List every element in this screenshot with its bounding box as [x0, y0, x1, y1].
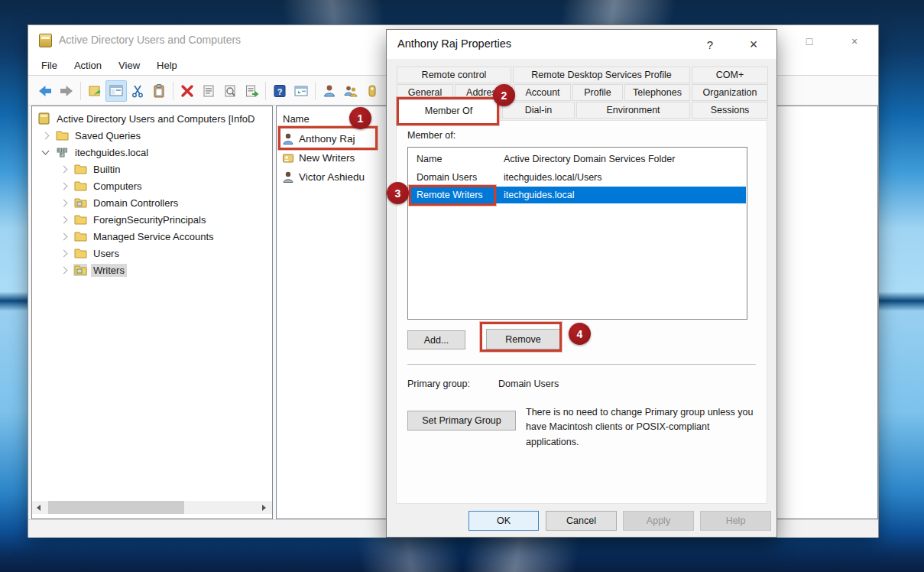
- chevron-down-icon[interactable]: [42, 148, 50, 155]
- tab-organization[interactable]: Organization: [692, 84, 768, 101]
- tab-com-plus[interactable]: COM+: [692, 67, 768, 83]
- help-button: Help: [700, 511, 771, 531]
- chevron-right-icon[interactable]: [60, 182, 68, 190]
- tree-item-domain-controllers[interactable]: Domain Controllers: [32, 194, 272, 211]
- delete-icon[interactable]: [177, 80, 198, 102]
- dialog-titlebar[interactable]: Anthony Raj Properties ? ×: [387, 30, 776, 59]
- folder-icon: [55, 129, 69, 141]
- aduc-app-icon: [39, 34, 52, 47]
- menu-view[interactable]: View: [110, 56, 148, 75]
- tab-dial-in[interactable]: Dial-in: [502, 102, 575, 119]
- list-item-label: Victor Ashiedu: [299, 171, 365, 183]
- apply-button: Apply: [623, 511, 694, 531]
- member-of-page: Member of: Name Active Directory Domain …: [396, 120, 767, 504]
- column-name[interactable]: Name: [409, 154, 504, 164]
- member-of-listbox[interactable]: Name Active Directory Domain Services Fo…: [407, 147, 747, 320]
- cancel-button[interactable]: Cancel: [546, 511, 617, 531]
- tab-profile[interactable]: Profile: [572, 84, 623, 101]
- scrollbar-thumb[interactable]: [48, 501, 184, 514]
- menu-help[interactable]: Help: [148, 56, 186, 75]
- export-icon[interactable]: [84, 80, 105, 102]
- tree-item-computers[interactable]: Computers: [32, 177, 272, 194]
- cut-icon[interactable]: [127, 80, 148, 102]
- group-icon: [281, 152, 295, 164]
- help-icon[interactable]: ?: [269, 80, 290, 102]
- chevron-right-icon[interactable]: [60, 216, 68, 223]
- folder-icon: [73, 163, 87, 175]
- console-tree-pane: Active Directory Users and Computers [In…: [31, 106, 273, 519]
- set-primary-group-button[interactable]: Set Primary Group: [407, 411, 516, 431]
- tab-remote-desktop-services-profile[interactable]: Remote Desktop Services Profile: [513, 67, 690, 83]
- user-icon: [281, 171, 295, 184]
- chevron-right-icon[interactable]: [60, 232, 68, 240]
- chevron-right-icon[interactable]: [42, 132, 50, 139]
- console-root-icon: [37, 112, 50, 125]
- tab-remote-control[interactable]: Remote control: [397, 67, 511, 83]
- chevron-right-icon[interactable]: [60, 199, 68, 206]
- annotation-rect-anthony-raj: [278, 126, 378, 150]
- folder-special-icon: [73, 264, 87, 276]
- annotation-rect-remove-button: [480, 322, 562, 352]
- add-member-icon[interactable]: [361, 80, 383, 102]
- dialog-help-button[interactable]: ?: [697, 35, 723, 54]
- tree-item-managed-service-accounts[interactable]: Managed Service Accounts: [32, 228, 272, 245]
- primary-group-label: Primary group:: [407, 379, 470, 389]
- separator: [407, 364, 756, 365]
- folder-icon: [73, 213, 87, 226]
- new-window-icon[interactable]: [290, 80, 312, 102]
- listbox-header[interactable]: Name Active Directory Domain Services Fo…: [409, 151, 746, 167]
- scroll-right-arrow-icon[interactable]: [258, 501, 271, 514]
- horizontal-scrollbar[interactable]: [32, 501, 272, 514]
- folder-icon: [73, 230, 87, 242]
- chevron-right-icon[interactable]: [60, 165, 68, 173]
- create-user-icon[interactable]: [319, 80, 340, 102]
- add-button[interactable]: Add...: [407, 330, 465, 349]
- tab-telephones[interactable]: Telephones: [624, 84, 690, 101]
- annotation-badge-3: 3: [387, 182, 409, 204]
- tree-item-writers[interactable]: Writers: [32, 262, 272, 278]
- column-header-name[interactable]: Name: [283, 113, 310, 125]
- chevron-right-icon[interactable]: [60, 249, 68, 257]
- toolbar-separator: [80, 82, 81, 100]
- tree-item-builtin[interactable]: Builtin: [32, 161, 272, 177]
- tree-item-domain[interactable]: itechguides.local: [32, 144, 272, 161]
- menu-action[interactable]: Action: [66, 56, 110, 75]
- chevron-right-icon[interactable]: [60, 266, 68, 274]
- toolbar-separator: [173, 82, 173, 100]
- primary-group-value: Domain Users: [498, 379, 559, 389]
- tree-item-saved-queries[interactable]: Saved Queries: [32, 127, 272, 144]
- properties-icon[interactable]: [198, 80, 219, 102]
- member-row-domain-users[interactable]: Domain Users itechguides.local/Users: [409, 169, 746, 186]
- tab-account[interactable]: Account: [514, 84, 571, 101]
- annotation-rect-member-of-tab: [397, 97, 499, 125]
- list-item-label: New Writers: [299, 152, 355, 164]
- scroll-left-arrow-icon[interactable]: [32, 501, 45, 514]
- export-list-icon[interactable]: [241, 80, 262, 102]
- create-group-icon[interactable]: [340, 80, 361, 102]
- toolbar-separator: [315, 82, 316, 100]
- tree-item-foreign-security-principals[interactable]: ForeignSecurityPrincipals: [32, 211, 272, 228]
- paste-icon[interactable]: [148, 80, 170, 102]
- menu-file[interactable]: File: [33, 56, 66, 75]
- tab-sessions[interactable]: Sessions: [692, 102, 768, 119]
- annotation-badge-2: 2: [493, 84, 515, 106]
- member-of-label: Member of:: [407, 130, 456, 141]
- close-button[interactable]: ×: [841, 32, 867, 50]
- tree-root[interactable]: Active Directory Users and Computers [In…: [32, 110, 272, 127]
- column-folder[interactable]: Active Directory Domain Services Folder: [504, 154, 675, 164]
- annotation-rect-remote-writers: [409, 185, 496, 206]
- forward-icon[interactable]: [56, 80, 77, 102]
- domain-icon: [55, 146, 69, 158]
- tree-item-users[interactable]: Users: [32, 245, 272, 262]
- tab-environment[interactable]: Environment: [576, 102, 690, 119]
- console-tree-icon[interactable]: [105, 80, 127, 102]
- dialog-title: Anthony Raj Properties: [397, 37, 511, 50]
- back-icon[interactable]: [34, 80, 56, 102]
- maximize-button[interactable]: □: [796, 32, 822, 50]
- folder-icon: [73, 247, 87, 259]
- refresh-icon[interactable]: [219, 80, 241, 102]
- svg-text:?: ?: [277, 86, 283, 96]
- ok-button[interactable]: OK: [468, 511, 539, 531]
- desktop-wallpaper: Active Directory Users and Computers □ ×…: [0, 0, 924, 572]
- dialog-close-button[interactable]: ×: [741, 35, 767, 54]
